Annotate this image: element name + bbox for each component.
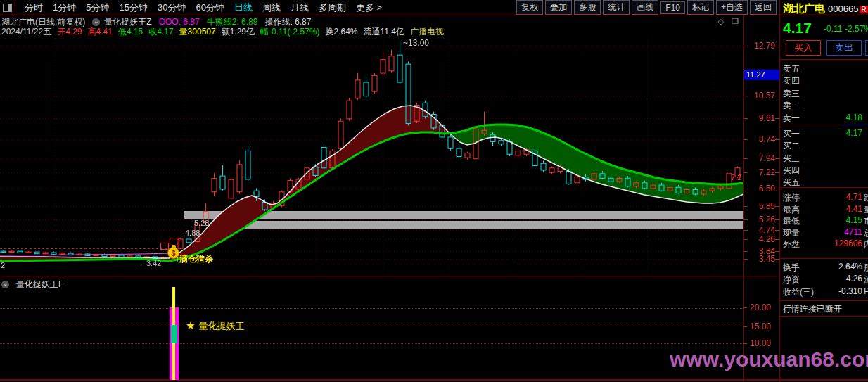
menu-tab-5分钟[interactable]: 5分钟: [81, 1, 114, 14]
row-label: 换手: [783, 262, 800, 274]
menu-button-+自选[interactable]: +自选: [716, 0, 748, 15]
bar-segment: [170, 325, 179, 343]
quote-row-卖二[interactable]: 卖二: [780, 100, 868, 111]
row-label: 卖五: [783, 63, 800, 75]
edge-price-label: 7.2: [731, 173, 741, 182]
axis-tick: [743, 307, 747, 308]
quote-row-买四[interactable]: 买四: [780, 165, 868, 176]
clipped-button[interactable]: [865, 40, 868, 56]
price-axis-label: 8.74: [759, 134, 775, 144]
row-value: 4.17: [846, 128, 862, 138]
collapse-chevron-icon[interactable]: ⌄: [1, 281, 9, 288]
menu-tab-日线[interactable]: 日线: [229, 1, 257, 14]
money-bag-icon: $: [167, 247, 179, 259]
bar-segment-stripe: [171, 325, 177, 343]
clipped-next-column: 总: [864, 227, 868, 239]
menu-tab-1分钟[interactable]: 1分钟: [48, 1, 81, 14]
price-axis-label: 9.61: [759, 113, 775, 123]
menu-tab-更多 >[interactable]: 更多 >: [351, 1, 387, 14]
row-label: 卖二: [783, 100, 800, 112]
sub-indicator-title[interactable]: 量化捉妖王F: [16, 279, 63, 291]
clipped-next-column: 内: [864, 238, 868, 250]
row-value: 4.18: [846, 113, 862, 122]
sub-indicator-pane[interactable]: ⌄ 量化捉妖王F ★量化捉妖王 20.0015.0010.00: [0, 276, 779, 380]
row-label: 最低: [783, 215, 800, 227]
row-label: 涨停: [783, 192, 800, 204]
divider: [780, 59, 868, 60]
menu-button-返回[interactable]: 返回: [750, 0, 777, 15]
price-axis-label: 4.26: [759, 234, 775, 244]
clipped-next-column: 量: [864, 204, 868, 216]
bar-segment: [170, 343, 179, 380]
candlestick-chart[interactable]: [0, 37, 743, 276]
stock-name: 湖北广电: [783, 2, 825, 14]
clipped-next-column: 流: [864, 274, 868, 286]
divider: [780, 187, 868, 188]
menu-tab-月线[interactable]: 月线: [286, 1, 314, 14]
bar-segment: [170, 307, 179, 325]
menu-button-复权[interactable]: 复权: [516, 0, 543, 15]
row-label: 买二: [783, 140, 800, 152]
sub-gridline: [0, 326, 743, 326]
row-value: 4.26: [846, 274, 862, 284]
menu-tab-15分钟[interactable]: 15分钟: [114, 1, 152, 14]
bar-segment-stripe: [172, 343, 175, 380]
row-label: 买三: [783, 153, 800, 165]
divider: [0, 15, 868, 15]
quote-row-外盘: 外盘129606内: [780, 238, 868, 250]
divider: [780, 316, 868, 317]
quote-row-卖三[interactable]: 卖三: [780, 88, 868, 99]
row-label: 外盘: [783, 238, 800, 250]
chevron-down-icon[interactable]: ⌄: [92, 18, 100, 26]
menu-button-画线[interactable]: 画线: [632, 0, 658, 15]
menu-button-F10[interactable]: F10: [660, 1, 685, 14]
menu-button-统计[interactable]: 统计: [603, 0, 630, 15]
indicator-value: OOO: 6.87: [159, 17, 200, 27]
price-change: -0.11: [824, 24, 842, 34]
menu-tab-30分钟[interactable]: 30分钟: [153, 1, 191, 14]
quote-row-买二[interactable]: 买二: [780, 140, 868, 151]
row-label: 卖四: [783, 75, 800, 87]
menu-button-叠加[interactable]: 叠加: [545, 0, 572, 15]
menu-tab-多周期[interactable]: 多周期: [314, 1, 351, 14]
chart-header-line2: 2024/11/22五开4.29高4.41低4.15收4.17量300507额1…: [1, 27, 449, 37]
row-value: 2.64%: [838, 262, 862, 272]
bar-segment-stripe: [172, 307, 175, 325]
row-value: 4.41: [846, 204, 862, 214]
row-label: 最高: [783, 204, 800, 216]
quote-row-买一[interactable]: 买一4.17: [780, 128, 868, 139]
chart-corner-icons[interactable]: ◇ ❐: [718, 17, 741, 26]
menu-button-多股[interactable]: 多股: [574, 0, 601, 15]
menu-tab-分时[interactable]: 分时: [20, 1, 48, 14]
row-value: 4.71: [846, 192, 862, 202]
menu-tab-周线[interactable]: 周线: [257, 1, 286, 14]
price-axis-label: 7.22: [759, 167, 775, 177]
price-axis-label: 5.26: [759, 215, 775, 224]
last-price: 4.17: [783, 20, 812, 37]
price-axis-label: 10.57: [754, 91, 775, 101]
window-split-icon[interactable]: [3, 4, 12, 12]
sub-axis-label: 10.00: [750, 338, 771, 348]
stock-identity: 湖北广电000665R: [783, 2, 868, 15]
quote-row-买三[interactable]: 买三: [780, 153, 868, 164]
axis-tick: [743, 343, 747, 344]
trading-terminal-window: 分时1分钟5分钟15分钟30分钟60分钟日线周线月线多周期更多 > 复权叠加多股…: [0, 0, 868, 382]
quote-row-卖一[interactable]: 卖一4.18: [780, 113, 868, 124]
price-change-percent: -2.57%: [845, 24, 868, 34]
price-axis-label: 6.50: [759, 184, 775, 193]
peak-price-annotation: ~13.00: [403, 38, 429, 48]
menu-tab-60分钟[interactable]: 60分钟: [191, 1, 229, 14]
sell-button[interactable]: 卖出: [826, 40, 862, 56]
quote-row-卖四[interactable]: 卖四: [780, 75, 868, 87]
buy-button[interactable]: 买入: [786, 40, 821, 56]
row-label: 卖三: [783, 88, 800, 100]
menu-divider: [15, 0, 15, 15]
quote-row-卖五[interactable]: 卖五: [780, 63, 868, 75]
quote-row-涨停: 涨停4.71跌: [780, 192, 868, 203]
menu-button-标记[interactable]: 标记: [687, 0, 714, 15]
indicator-value: 牛熊线2: 6.89: [207, 17, 258, 27]
price-axis-label: 3.45: [759, 254, 775, 264]
divider: [780, 258, 868, 259]
quote-row-最低: 最低4.15市: [780, 215, 868, 227]
quote-row-买五[interactable]: 买五: [780, 177, 868, 188]
